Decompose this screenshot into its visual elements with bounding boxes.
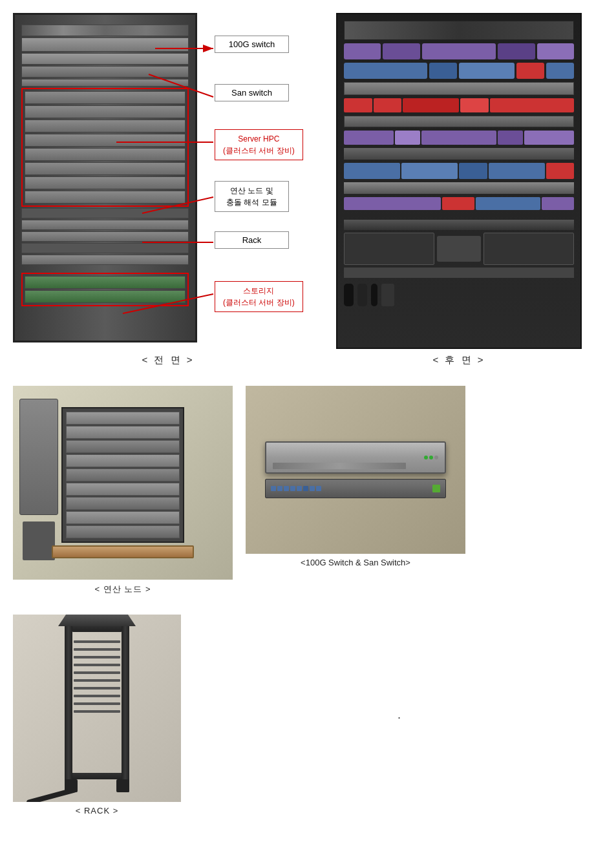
storage-group [21,273,189,306]
rack-standalone-photo [13,615,181,802]
compute-node-photo [13,386,233,580]
dot-decoration: . [398,708,401,722]
label-100g-switch: 100G switch [215,36,289,53]
switch-photo [246,386,465,554]
front-rack-photo [13,13,197,342]
label-compute-node: 연산 노드 및충돌 해석 모듈 [215,181,289,212]
label-server-hpc: Server HPC(클러스터 서버 장비) [215,129,303,160]
label-san-switch: San switch [215,84,289,101]
compute-caption: < 연산 노드 > [94,584,151,595]
top-section: 100G switch San switch Server HPC(클러스터 서… [13,13,603,366]
rear-caption: < 후 면 > [432,354,485,366]
rack-diagram: 100G switch San switch Server HPC(클러스터 서… [13,13,323,366]
label-rack: Rack [215,231,289,249]
rear-rack-photo [336,13,582,349]
label-storage: 스토리지(클러스터 서버 장비) [215,281,303,312]
dot-area: . [194,615,452,802]
front-caption: < 전 면 > [13,354,323,366]
middle-section: < 연산 노드 > [13,386,603,595]
compute-node-section: < 연산 노드 > [13,386,233,595]
switch-photo-section: <100G Switch & San Switch> [246,386,465,567]
rear-section: < 후 면 > [336,13,582,366]
rack-standalone-section: < RACK > [13,615,181,816]
bottom-section: < RACK > . [13,615,603,816]
server-hpc-group [21,88,189,207]
rack-caption: < RACK > [76,806,119,816]
switch-caption: <100G Switch & San Switch> [301,558,410,567]
page-container: 100G switch San switch Server HPC(클러스터 서… [13,13,603,816]
